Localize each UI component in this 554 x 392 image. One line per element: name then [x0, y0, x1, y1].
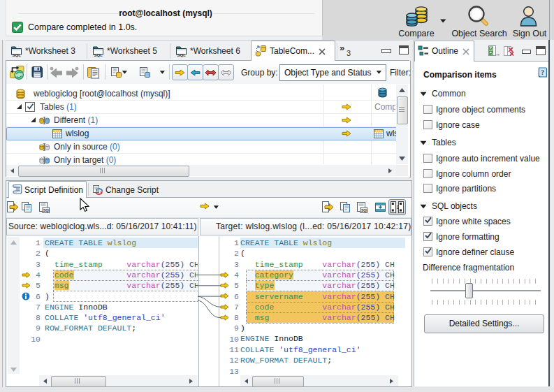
- svg-text:1: 1: [396, 205, 399, 210]
- svg-text:SQL: SQL: [177, 53, 187, 57]
- svg-text:SQL: SQL: [43, 208, 50, 212]
- svg-text:SQL: SQL: [13, 53, 22, 57]
- svg-text:SQL: SQL: [361, 208, 367, 212]
- svg-text:?: ?: [541, 69, 544, 76]
- svg-text:SQL: SQL: [94, 53, 103, 57]
